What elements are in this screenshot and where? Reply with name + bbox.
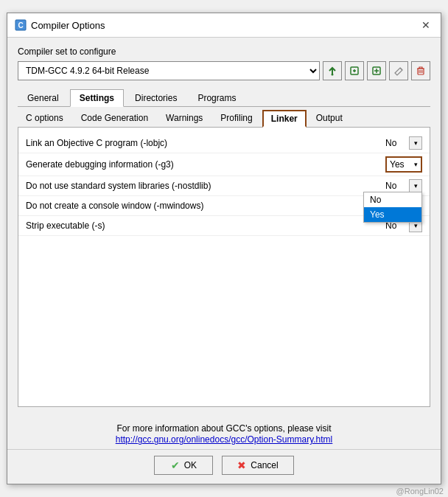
info-text: For more information about GCC's options…: [18, 423, 430, 434]
toolbar-btn-add2[interactable]: [345, 61, 364, 80]
tab-programs[interactable]: Programs: [188, 89, 245, 106]
footer: ✔ OK ✖ Cancel: [7, 449, 441, 484]
option-label-3: Do not create a console window (-mwindow…: [26, 201, 385, 211]
compiler-select[interactable]: TDM-GCC 4.9.2 64-bit Release: [18, 61, 320, 80]
value-text-0: No: [385, 138, 407, 148]
option-value-1: Yes ▾: [385, 156, 422, 173]
option-value-2: No ▾: [385, 179, 422, 192]
option-row-1: Generate debugging information (-g3) Yes…: [18, 153, 430, 176]
compiler-set-label: Compiler set to configure: [18, 46, 430, 57]
tab-settings[interactable]: Settings: [70, 89, 124, 107]
cancel-icon: ✖: [237, 459, 246, 471]
option-label-1: Generate debugging information (-g3): [26, 159, 385, 170]
inner-tabs: C options Code Generation Warnings Profi…: [18, 107, 430, 128]
compiler-options-dialog: C Compiler Options ✕ Compiler set to con…: [7, 13, 441, 484]
toolbar-btn-add3[interactable]: [367, 61, 386, 80]
tab-directories[interactable]: Directories: [125, 89, 186, 106]
tab-general[interactable]: General: [18, 89, 69, 106]
toolbar-btn-delete[interactable]: [411, 61, 430, 80]
cancel-button[interactable]: ✖ Cancel: [222, 456, 293, 475]
dropdown-item-yes[interactable]: Yes: [364, 207, 421, 222]
tab-code-generation[interactable]: Code Generation: [73, 110, 156, 127]
tab-profiling[interactable]: Profiling: [212, 110, 260, 127]
title-bar: C Compiler Options ✕: [7, 13, 441, 38]
ok-icon: ✔: [171, 459, 180, 471]
tab-linker[interactable]: Linker: [262, 110, 307, 128]
svg-text:C: C: [18, 21, 23, 29]
tab-c-options[interactable]: C options: [18, 110, 71, 127]
value-text-1: Yes: [390, 159, 412, 170]
ok-button[interactable]: ✔ OK: [154, 456, 213, 475]
info-section: For more information about GCC's options…: [7, 416, 441, 449]
dropdown-arrow-2[interactable]: ▾: [409, 179, 422, 192]
compiler-select-row: TDM-GCC 4.9.2 64-bit Release: [18, 61, 430, 80]
option-row-0: Link an Objective C program (-lobjc) No …: [18, 133, 430, 153]
toolbar-btn-add1[interactable]: [323, 61, 342, 80]
dialog-title: Compiler Options: [31, 20, 105, 31]
cancel-label: Cancel: [251, 460, 278, 470]
info-link[interactable]: http://gcc.gnu.org/onlinedocs/gcc/Option…: [116, 434, 333, 445]
svg-point-2: [332, 74, 334, 76]
dropdown-item-no[interactable]: No: [364, 192, 421, 207]
watermark: @RongLin02: [396, 487, 444, 496]
toolbar-btn-edit[interactable]: [389, 61, 408, 80]
ok-label: OK: [184, 460, 197, 470]
tab-warnings[interactable]: Warnings: [158, 110, 211, 127]
option-value-0: No ▾: [385, 136, 422, 150]
value-text-2: No: [385, 181, 407, 191]
active-dropdown[interactable]: Yes ▾: [385, 156, 422, 173]
option-label-0: Link an Objective C program (-lobjc): [26, 138, 385, 148]
dropdown-arrow-0[interactable]: ▾: [409, 136, 422, 150]
option-label-4: Strip executable (-s): [26, 220, 385, 231]
dropdown-popup: No Yes: [363, 192, 422, 223]
option-label-2: Do not use standard system libraries (-n…: [26, 181, 385, 191]
dialog-icon: C: [15, 19, 27, 31]
active-dropdown-arrow: ▾: [414, 161, 418, 168]
dialog-body: Compiler set to configure TDM-GCC 4.9.2 …: [7, 38, 441, 416]
tab-output[interactable]: Output: [308, 110, 351, 127]
title-bar-left: C Compiler Options: [15, 19, 105, 31]
close-button[interactable]: ✕: [419, 18, 433, 32]
content-panel: Link an Objective C program (-lobjc) No …: [18, 128, 430, 407]
outer-tabs: General Settings Directories Programs: [18, 89, 430, 107]
